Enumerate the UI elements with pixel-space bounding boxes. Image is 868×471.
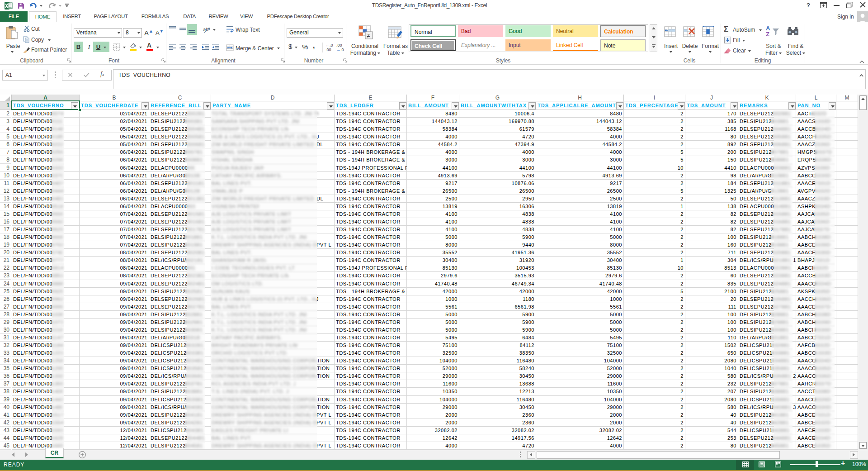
svg-text:≠: ≠ [367,32,370,39]
